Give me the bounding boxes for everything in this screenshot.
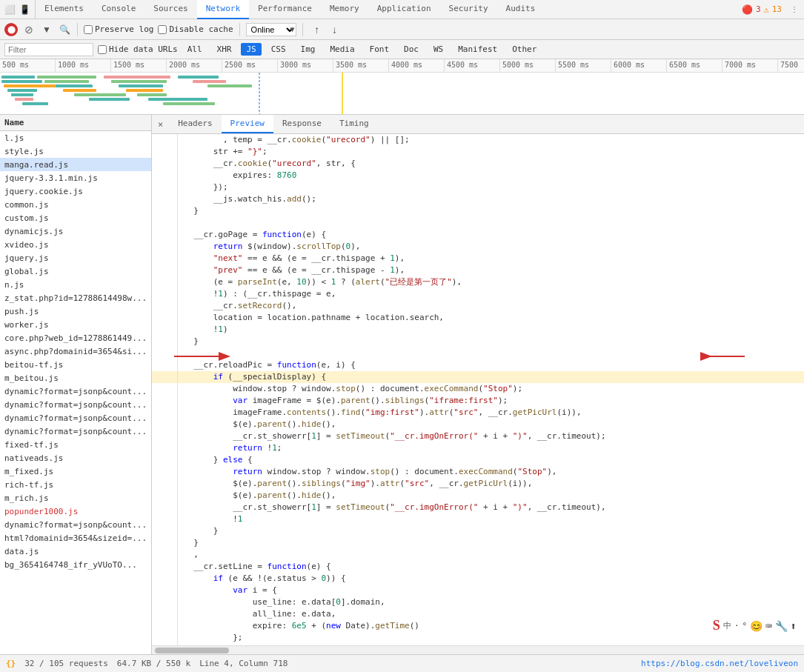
search-button[interactable]: 🔍	[58, 23, 71, 36]
export-button[interactable]: ↓	[328, 23, 342, 36]
record-button[interactable]: ⬤	[4, 23, 18, 36]
file-item-custom[interactable]: custom.js	[0, 211, 151, 224]
tab-console[interactable]: Console	[93, 0, 144, 19]
file-item-stylejs[interactable]: style.js	[0, 144, 151, 158]
file-item-dynamic3[interactable]: dynamic?format=jsonp&count...	[0, 411, 151, 425]
sougou-logo: S	[713, 618, 720, 633]
code-line-7: }	[152, 205, 804, 217]
file-item-mangaread[interactable]: manga.read.js	[0, 158, 151, 171]
preserve-log-checkbox[interactable]	[84, 25, 93, 34]
divider-1	[77, 23, 78, 36]
tab-sources[interactable]: Sources	[144, 0, 196, 19]
tab-audits[interactable]: Audits	[497, 0, 545, 19]
file-list-header: Name	[0, 115, 151, 131]
code-line-34: }	[152, 525, 804, 537]
file-item-jquery[interactable]: jquery.js	[0, 251, 151, 265]
throttle-select[interactable]: Online Slow 3G Fast 3G Offline	[246, 23, 296, 36]
filter-type-ws[interactable]: WS	[428, 43, 448, 56]
file-item-jquerycookie[interactable]: jquery.cookie.js	[0, 184, 151, 198]
file-item-xvideo[interactable]: xvideo.js	[0, 238, 151, 251]
tab-application[interactable]: Application	[368, 0, 440, 19]
disable-cache-checkbox[interactable]	[158, 25, 167, 34]
file-item-n[interactable]: n.js	[0, 278, 151, 291]
code-tab-timing[interactable]: Timing	[330, 115, 378, 133]
code-tab-response[interactable]: Response	[273, 115, 330, 133]
horizontal-scrollbar[interactable]	[152, 645, 804, 654]
file-item-data[interactable]: data.js	[0, 545, 151, 558]
network-toolbar: ⬤ ⊘ ▼ 🔍 Preserve log Disable cache Onlin…	[0, 19, 804, 40]
hide-data-urls-checkbox[interactable]	[98, 45, 107, 54]
code-tab-preview[interactable]: Preview	[222, 115, 273, 133]
code-line-4: expires: 8760	[152, 170, 804, 182]
hide-data-urls-label[interactable]: Hide data URLs	[98, 44, 178, 54]
file-item-mfixed[interactable]: m_fixed.js	[0, 465, 151, 478]
file-item-dynamic2[interactable]: dynamic?format=jsonp&count...	[0, 398, 151, 411]
file-item-dynamic5[interactable]: dynamic?format=jsonp&count...	[0, 518, 151, 531]
tab-network[interactable]: Network	[197, 0, 249, 19]
svg-rect-22	[207, 84, 252, 87]
filter-type-js[interactable]: JS	[241, 43, 261, 56]
svg-rect-10	[63, 89, 96, 92]
stop-button[interactable]: ⊘	[22, 23, 36, 36]
tab-memory[interactable]: Memory	[321, 0, 368, 19]
sougou-keyboard: ⌨	[765, 620, 771, 632]
preserve-log-label[interactable]: Preserve log	[84, 24, 153, 34]
import-button[interactable]: ↑	[310, 23, 324, 36]
filter-type-manifest[interactable]: Manifest	[453, 43, 502, 56]
filter-type-all[interactable]: All	[182, 43, 207, 56]
file-item-dynamic4[interactable]: dynamic?format=jsonp&count...	[0, 425, 151, 438]
filter-type-css[interactable]: CSS	[266, 43, 291, 56]
file-item-beitoutf[interactable]: beitou-tf.js	[0, 358, 151, 371]
file-item-mbeitou[interactable]: m_beitou.js	[0, 371, 151, 385]
more-icon[interactable]: ⋮	[791, 5, 798, 13]
url-info: https://blog.csdn.net/loveliveon	[641, 659, 798, 668]
code-line-11: "next" == e && (e = __cr.thispage + 1),	[152, 253, 804, 265]
code-lines: , temp = __cr.cookie("urecord") || []; s…	[152, 134, 804, 654]
error-icon: 🔴	[742, 4, 753, 15]
filter-type-img[interactable]: Img	[296, 43, 321, 56]
ruler-7000: 7000 ms	[722, 59, 778, 72]
svg-rect-5	[15, 98, 33, 101]
file-item-push[interactable]: push.js	[0, 305, 151, 318]
inspect-icon[interactable]: ⬜	[4, 4, 16, 15]
file-item-nativeads[interactable]: nativeads.js	[0, 451, 151, 465]
file-item-dynamicjs[interactable]: dynamicjs.js	[0, 224, 151, 238]
file-item-common[interactable]: common.js	[0, 198, 151, 211]
code-line-32: __cr.st_showerr[1] = setTimeout("__cr.im…	[152, 502, 804, 513]
file-item-mrich[interactable]: m_rich.js	[0, 491, 151, 505]
filter-button[interactable]: ▼	[40, 23, 53, 36]
file-item-jquery331[interactable]: jquery-3.3.1.min.js	[0, 171, 151, 184]
svg-rect-8	[44, 80, 89, 83]
tab-elements[interactable]: Elements	[36, 0, 93, 19]
panel-close-button[interactable]: ×	[152, 119, 169, 130]
tab-security[interactable]: Security	[440, 0, 497, 19]
file-item-async[interactable]: async.php?domainid=3654&si...	[0, 345, 151, 358]
sougou-emoji: 😊	[750, 620, 763, 632]
scrollbar-thumb[interactable]	[155, 648, 229, 653]
code-line-8	[152, 217, 804, 229]
code-tab-headers[interactable]: Headers	[169, 115, 221, 133]
filter-type-font[interactable]: Font	[365, 43, 395, 56]
file-item-richtf[interactable]: rich-tf.js	[0, 478, 151, 491]
device-icon[interactable]: 📱	[19, 4, 30, 15]
file-item-core[interactable]: core.php?web_id=1278861449...	[0, 331, 151, 345]
tab-performance[interactable]: Performance	[249, 0, 321, 19]
filter-type-media[interactable]: Media	[325, 43, 359, 56]
file-item-zstat[interactable]: z_stat.php?id=12788614498w...	[0, 291, 151, 305]
filter-type-other[interactable]: Other	[507, 43, 542, 56]
disable-cache-label[interactable]: Disable cache	[158, 24, 233, 34]
filter-type-xhr[interactable]: XHR	[212, 43, 237, 56]
filter-type-doc[interactable]: Doc	[399, 43, 424, 56]
file-item-worker[interactable]: worker.js	[0, 318, 151, 331]
file-item-html[interactable]: html?domainid=3654&sizeid=...	[0, 531, 151, 545]
file-item-ljs[interactable]: l.js	[0, 131, 151, 144]
file-item-global[interactable]: global.js	[0, 265, 151, 278]
file-item-bg[interactable]: bg_3654164748_ifr_yVUoTO...	[0, 558, 151, 571]
waterfall-area: 500 ms 1000 ms 1500 ms 2000 ms 2500 ms 3…	[0, 59, 804, 115]
size-info: 64.7 KB / 550 k	[117, 659, 190, 668]
filter-input[interactable]	[4, 43, 93, 56]
file-item-dynamic1[interactable]: dynamic?format=jsonp&count...	[0, 385, 151, 398]
file-item-fixedtf[interactable]: fixed-tf.js	[0, 438, 151, 451]
file-item-popunder[interactable]: popunder1000.js	[0, 505, 151, 518]
warn-icon: ⚠	[764, 4, 769, 15]
